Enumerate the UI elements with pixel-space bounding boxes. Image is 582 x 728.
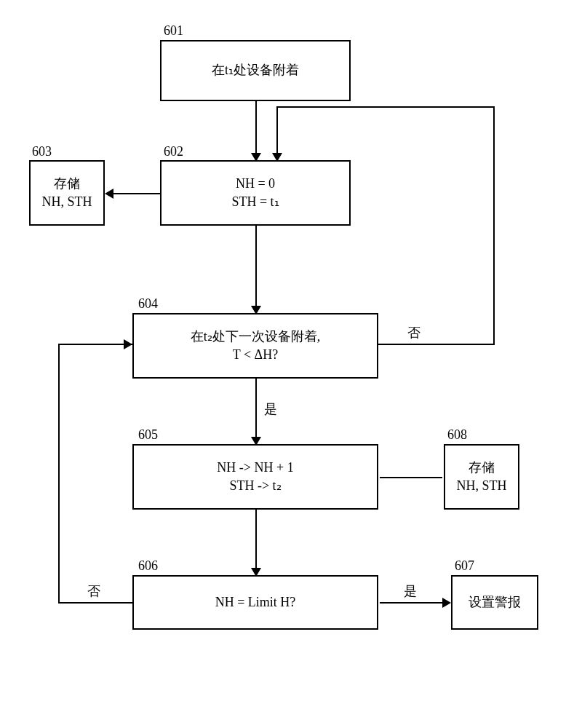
ref-605: 605 — [138, 427, 158, 443]
ref-603: 603 — [32, 144, 52, 159]
connector — [255, 379, 257, 437]
step-text: NH, STH — [456, 477, 506, 495]
ref-604: 604 — [138, 296, 158, 312]
arrow — [105, 189, 113, 199]
step-604-decision-deltaH: 在t₂处下一次设备附着, T < ΔH? — [132, 313, 378, 379]
edge-label-yes: 是 — [264, 400, 277, 418]
step-605-increment: NH -> NH + 1 STH -> t₂ — [132, 444, 378, 510]
connector — [255, 226, 257, 306]
ref-608: 608 — [447, 427, 467, 443]
edge-label-no: 否 — [407, 324, 420, 341]
step-607-alarm: 设置警报 — [451, 575, 538, 630]
connector — [378, 344, 495, 345]
step-608-store: 存储 NH, STH — [444, 444, 519, 510]
ref-607: 607 — [455, 558, 474, 574]
step-text: NH = Limit H? — [215, 593, 296, 612]
step-606-decision-limit: NH = Limit H? — [132, 575, 378, 630]
step-text: 在t₁处设备附着 — [212, 61, 299, 79]
arrow — [124, 339, 132, 349]
connector — [58, 344, 132, 345]
step-601-attach-t1: 在t₁处设备附着 — [160, 40, 351, 101]
step-text: NH -> NH + 1 — [217, 459, 293, 477]
ref-601: 601 — [164, 23, 183, 39]
connector — [255, 510, 257, 568]
step-603-store: 存储 NH, STH — [29, 160, 105, 226]
step-text: STH -> t₂ — [229, 477, 281, 495]
connector — [380, 477, 442, 478]
edge-label-no: 否 — [87, 582, 100, 600]
connector — [276, 106, 495, 108]
connector — [493, 106, 495, 345]
arrow — [442, 598, 451, 608]
step-602-init: NH = 0 STH = t₁ — [160, 160, 351, 226]
ref-602: 602 — [164, 144, 183, 159]
edge-label-yes: 是 — [404, 582, 417, 600]
flowchart-canvas: 是 否 是 否 601 在t₁处设备附着 603 存储 NH, STH 602 … — [0, 0, 582, 728]
connector — [113, 193, 160, 194]
connector — [255, 101, 257, 153]
step-text: 在t₂处下一次设备附着, — [191, 328, 321, 346]
connector — [380, 602, 442, 604]
step-text: 存储 — [469, 459, 495, 477]
step-text: T < ΔH? — [233, 346, 278, 364]
step-text: 设置警报 — [469, 593, 521, 612]
connector — [276, 106, 278, 153]
connector — [58, 602, 132, 604]
step-text: STH = t₁ — [231, 193, 279, 211]
step-text: NH = 0 — [236, 175, 275, 193]
ref-606: 606 — [138, 558, 158, 574]
step-text: 存储 — [54, 175, 80, 193]
connector — [58, 344, 60, 604]
step-text: NH, STH — [41, 193, 92, 211]
